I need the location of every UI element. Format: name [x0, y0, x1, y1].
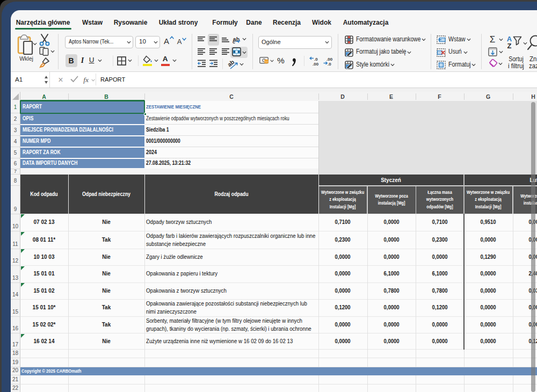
svg-text:c: c: [233, 39, 235, 44]
svg-text:ab: ab: [228, 59, 236, 68]
svg-text:.00: .00: [326, 57, 333, 62]
svg-text:.00: .00: [313, 62, 319, 66]
svg-text:.0: .0: [328, 62, 331, 66]
svg-text:.0: .0: [314, 57, 318, 62]
